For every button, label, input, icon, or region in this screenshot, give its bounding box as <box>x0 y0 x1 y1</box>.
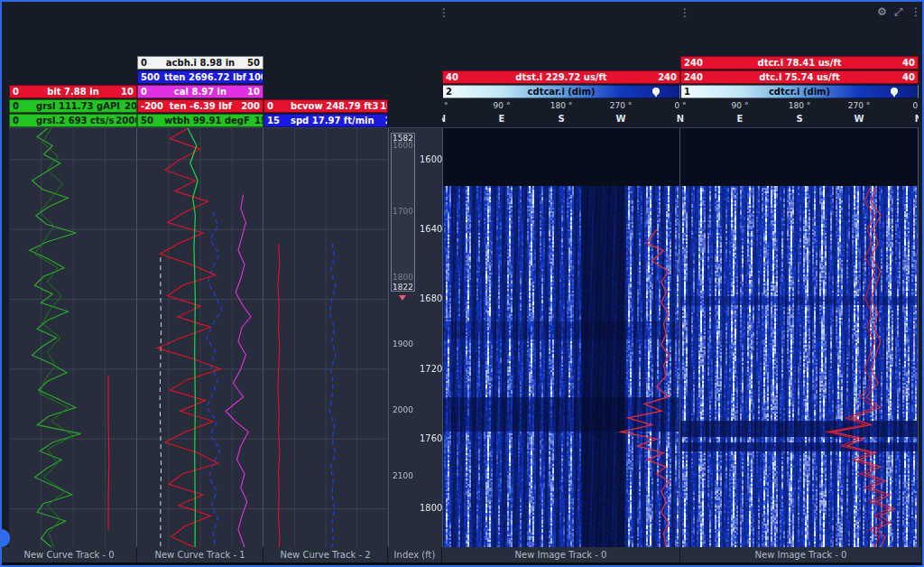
curve-header-bcvow[interactable]: 0bcvow 248.79 ft31000 <box>263 99 388 113</box>
curve-ten <box>157 128 220 547</box>
kebab-menu-icon[interactable]: ⋮ <box>910 6 921 17</box>
curve-header-grsl2[interactable]: 0grsl.2 693 cts/s2000 <box>9 114 137 127</box>
curve-grsl.2 <box>34 128 73 547</box>
curve-header-dtc[interactable]: 240dtc.i 75.74 us/ft40 <box>680 70 919 84</box>
compass-point: 0 °N <box>442 101 458 124</box>
image-canvas-1[interactable] <box>680 128 919 547</box>
minimap-depth-label: 1700 <box>388 207 418 216</box>
minimap-depth-label: 1900 <box>388 339 418 349</box>
minimap-depth-label: 2000 <box>388 405 418 414</box>
track-title-curve-2[interactable]: New Curve Track - 2 <box>263 547 388 562</box>
track-separator <box>679 128 680 547</box>
compass-point: 180 °S <box>545 101 578 124</box>
compass-scale: 0 °N90 °E180 °S270 °W0 °N <box>442 98 680 127</box>
curve-header-bit[interactable]: 0bit 7.88 in10 <box>9 85 137 98</box>
curve-bcvow <box>278 244 280 547</box>
track-title-curve-0[interactable]: New Curve Track - 0 <box>2 547 137 562</box>
depth-axis-label: 1600 <box>420 154 441 164</box>
curve-header-ten[interactable]: -200ten -6.39 lbf200 <box>137 99 263 113</box>
minimap-depth-label: 1822 <box>388 283 418 292</box>
minimap-depth-label: 1800 <box>388 273 418 282</box>
image-track-0-menu-icon[interactable]: ⋮ <box>439 7 449 18</box>
curve-tten <box>207 212 222 547</box>
curve-spd <box>329 244 336 547</box>
track-separator <box>388 128 389 547</box>
curve-bit <box>108 376 109 530</box>
minimap-depth-label: 1600 <box>388 141 418 150</box>
compass-point: 270 °W <box>605 101 637 124</box>
curve-header-spd[interactable]: 15spd 17.97 ft/min20 <box>263 114 388 127</box>
expand-icon[interactable]: ⤢ <box>894 6 903 17</box>
minimap-depth-label: 2100 <box>388 471 418 480</box>
curve-cal <box>226 195 251 548</box>
image-canvas-0[interactable] <box>442 128 680 547</box>
curve-plot-1[interactable] <box>137 128 263 547</box>
track-title-image-1[interactable]: New Image Track - 0 <box>680 547 922 562</box>
curve-acbh.i <box>160 257 161 547</box>
curve-plot-2[interactable] <box>263 128 388 547</box>
compass-point: 0 °N <box>664 101 680 124</box>
track-separator <box>918 128 919 547</box>
track-title-index[interactable]: Index (ft) <box>388 547 442 562</box>
curve-header-tten[interactable]: 500tten 2696.72 lbf1000 <box>137 70 263 84</box>
bottom-strip <box>2 562 922 565</box>
curve-wtbh <box>188 128 198 547</box>
depth-axis-label: 1680 <box>420 293 441 303</box>
depth-axis-label: 1760 <box>420 433 441 443</box>
plot-top-border <box>9 127 919 128</box>
depth-axis-label: 1800 <box>420 503 441 513</box>
curve-plot-0[interactable] <box>9 128 137 547</box>
track-separator <box>136 128 137 547</box>
curve-header-wtbh[interactable]: 50wtbh 99.91 degF150 <box>137 114 263 127</box>
compass-point: 0 °N <box>902 101 919 124</box>
colormap-header-cdtcar[interactable]: 2cdtcar.i (dim) <box>442 85 680 98</box>
compass-point: 180 °S <box>783 101 816 124</box>
track-separator <box>263 128 263 547</box>
compass-scale: 0 °N90 °E180 °S270 °W0 °N <box>680 98 919 127</box>
curve-header-cal[interactable]: 0cal 8.97 in10 <box>137 85 263 98</box>
well-log-viewer: ⋮ ⋮ ⚙ ⤢ ⋮ 0bit 7.88 in10 0grsl 111.73 gA… <box>0 0 924 567</box>
track-title-image-0[interactable]: New Image Track - 0 <box>442 547 680 562</box>
curve-header-acbh[interactable]: 0acbh.i 8.98 in50 <box>137 56 263 70</box>
track-title-curve-1[interactable]: New Curve Track - 1 <box>137 547 263 562</box>
depth-marker-icon[interactable] <box>399 295 406 301</box>
compass-point: 90 °E <box>724 101 756 124</box>
colormap-header-cdtcr[interactable]: 1cdtcr.i (dim) <box>680 85 919 98</box>
colormap-marker-icon <box>891 88 898 95</box>
compass-point: 90 °E <box>485 101 518 124</box>
curve-header-dtst[interactable]: 40dtst.i 229.72 us/ft240 <box>442 70 680 84</box>
gear-icon[interactable]: ⚙ <box>877 6 887 17</box>
depth-index-track[interactable]: 1582182216001700180019002000210016001640… <box>388 128 442 547</box>
curve-header-dtcr[interactable]: 240dtcr.i 78.41 us/ft40 <box>680 56 919 70</box>
depth-axis-label: 1640 <box>420 224 441 234</box>
compass-point: 0 °N <box>680 101 697 124</box>
colormap-marker-icon <box>652 88 660 95</box>
track-separator <box>442 128 443 547</box>
depth-axis-label: 1720 <box>420 364 441 374</box>
curve-header-grsl[interactable]: 0grsl 111.73 gAPI200 <box>9 99 137 113</box>
compass-point: 270 °W <box>843 101 875 124</box>
image-track-1-menu-icon[interactable]: ⋮ <box>679 7 690 18</box>
